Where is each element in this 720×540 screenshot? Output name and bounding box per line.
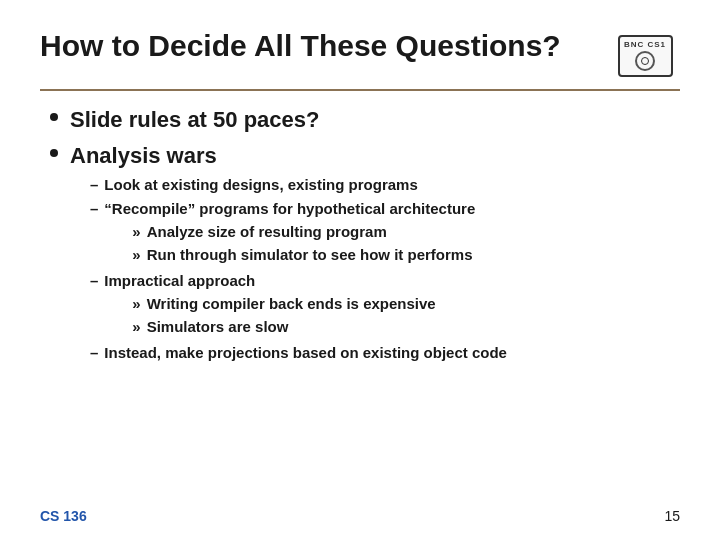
header-area: How to Decide All These Questions? BNC C… (40, 28, 680, 83)
sub-sub-text-3-2: Simulators are slow (147, 316, 289, 337)
sub-sub-item-2-1: » Analyze size of resulting program (132, 221, 475, 242)
footer-course-label: CS 136 (40, 508, 87, 524)
sub-item-1: – Look at existing designs, existing pro… (90, 174, 507, 195)
slide-title: How to Decide All These Questions? (40, 28, 610, 64)
bullet-item-2: Analysis wars – Look at existing designs… (50, 141, 680, 367)
dash-2: – (90, 198, 98, 219)
dash-3: – (90, 270, 98, 291)
sub-sub-list-3: » Writing compiler back ends is expensiv… (132, 293, 435, 337)
sub-item-2-text: “Recompile” programs for hypothetical ar… (104, 200, 475, 217)
arrow-2-2: » (132, 244, 140, 265)
sub-sub-item-3-2: » Simulators are slow (132, 316, 435, 337)
bullet-text-2: Analysis wars (70, 143, 217, 168)
sub-sub-text-2-1: Analyze size of resulting program (147, 221, 387, 242)
bullet-dot-2 (50, 149, 58, 157)
sub-list: – Look at existing designs, existing pro… (90, 174, 507, 363)
slide-container: How to Decide All These Questions? BNC C… (0, 0, 720, 540)
sub-item-4-text: Instead, make projections based on exist… (104, 342, 507, 363)
logo-inner-circle (641, 57, 649, 65)
sub-item-1-text: Look at existing designs, existing progr… (104, 174, 417, 195)
content-area: Slide rules at 50 paces? Analysis wars –… (40, 105, 680, 366)
arrow-3-1: » (132, 293, 140, 314)
footer-page-number: 15 (664, 508, 680, 524)
bullet-item-1: Slide rules at 50 paces? (50, 105, 680, 135)
sub-sub-text-3-1: Writing compiler back ends is expensive (147, 293, 436, 314)
dash-4: – (90, 342, 98, 363)
sub-item-2: – “Recompile” programs for hypothetical … (90, 198, 507, 267)
sub-sub-list-2: » Analyze size of resulting program » Ru… (132, 221, 475, 265)
logo-area: BNC CS1 (610, 28, 680, 83)
sub-sub-item-3-1: » Writing compiler back ends is expensiv… (132, 293, 435, 314)
bullet-dot-1 (50, 113, 58, 121)
arrow-2-1: » (132, 221, 140, 242)
sub-item-3: – Impractical approach » Writing compile… (90, 270, 507, 339)
bullet-text-1: Slide rules at 50 paces? (70, 105, 319, 135)
logo-text: BNC CS1 (624, 40, 666, 49)
title-divider (40, 89, 680, 91)
dash-1: – (90, 174, 98, 195)
logo-circle (635, 51, 655, 71)
sub-item-4: – Instead, make projections based on exi… (90, 342, 507, 363)
sub-sub-item-2-2: » Run through simulator to see how it pe… (132, 244, 475, 265)
sub-item-3-content: Impractical approach » Writing compiler … (104, 270, 435, 339)
arrow-3-2: » (132, 316, 140, 337)
logo-box: BNC CS1 (618, 35, 673, 77)
slide-footer: CS 136 15 (40, 508, 680, 524)
sub-item-3-text: Impractical approach (104, 272, 255, 289)
bullet-2-content: Analysis wars – Look at existing designs… (70, 141, 507, 367)
sub-sub-text-2-2: Run through simulator to see how it perf… (147, 244, 473, 265)
sub-item-2-content: “Recompile” programs for hypothetical ar… (104, 198, 475, 267)
